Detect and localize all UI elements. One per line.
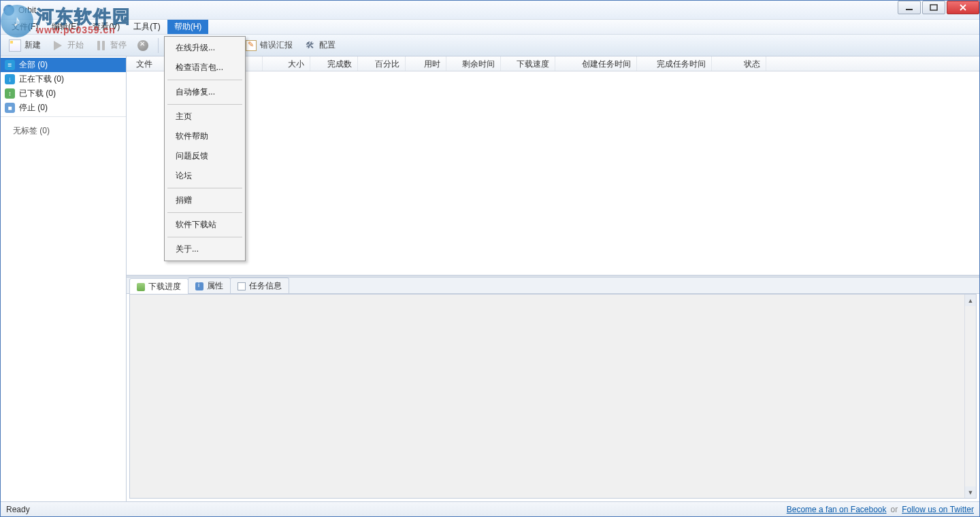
help-forum[interactable]: 论坛	[166, 166, 244, 186]
svg-rect-0	[906, 9, 913, 10]
col-size[interactable]: 大小	[263, 56, 310, 71]
tab-label: 任务信息	[249, 280, 282, 292]
sidebar-item-label: 全部 (0)	[19, 59, 48, 71]
detail-body: ▲ ▼	[129, 294, 977, 499]
body-area: ≡ 全部 (0) ↓ 正在下载 (0) ↕ 已下载 (0) ■ 停止 (0) 无…	[1, 56, 979, 501]
dropdown-separator	[167, 237, 242, 237]
done-icon: ↕	[5, 88, 15, 99]
toolbar-stop-button[interactable]	[133, 39, 152, 52]
toolbar-start-button[interactable]: 开始	[48, 38, 88, 53]
pause-icon	[97, 41, 105, 50]
toolbar-new-label: 新建	[24, 39, 41, 51]
info-icon	[238, 282, 246, 290]
help-feedback[interactable]: 问题反馈	[166, 146, 244, 166]
new-file-icon	[9, 39, 21, 52]
dropdown-separator	[167, 80, 242, 80]
col-created[interactable]: 创建任务时间	[555, 56, 637, 71]
col-speed[interactable]: 下载速度	[501, 56, 555, 71]
tab-label: 属性	[207, 280, 223, 292]
col-elapsed[interactable]: 用时	[406, 56, 446, 71]
svg-rect-1	[930, 5, 937, 10]
sidebar-category-list: ≡ 全部 (0) ↓ 正在下载 (0) ↕ 已下载 (0) ■ 停止 (0)	[1, 56, 126, 116]
sidebar-item-label: 正在下载 (0)	[19, 73, 64, 85]
tab-label: 下载进度	[148, 281, 181, 293]
properties-icon	[195, 282, 203, 290]
stop-icon	[137, 40, 148, 51]
toolbar-pause-label: 暂停	[110, 39, 127, 51]
help-software-help[interactable]: 软件帮助	[166, 127, 244, 146]
twitter-link[interactable]: Follow us on Twitter	[902, 505, 974, 514]
title-bar: Orbit	[1, 1, 979, 20]
sidebar-item-label: 已下载 (0)	[19, 88, 56, 99]
facebook-link[interactable]: Become a fan on Facebook	[787, 505, 887, 514]
tab-task-info[interactable]: 任务信息	[230, 278, 289, 293]
toolbar-error-report-button[interactable]: 错误汇报	[242, 38, 297, 52]
list-icon: ≡	[5, 60, 15, 70]
minimize-button[interactable]	[898, 1, 921, 14]
sidebar-tags-label: 无标签 (0)	[13, 126, 50, 135]
sidebar-tags[interactable]: 无标签 (0)	[1, 116, 126, 501]
col-finished[interactable]: 完成任务时间	[637, 56, 712, 71]
help-donate[interactable]: 捐赠	[166, 190, 244, 210]
detail-scrollbar[interactable]: ▲ ▼	[964, 295, 976, 498]
app-icon	[3, 5, 14, 16]
col-status[interactable]: 状态	[712, 56, 766, 71]
tab-progress[interactable]: 下载进度	[129, 278, 189, 294]
help-dropdown: 在线升级... 检查语言包... 自动修复... 主页 软件帮助 问题反馈 论坛…	[164, 36, 246, 261]
main-area: 文件 大小 完成数 百分比 用时 剩余时间 下载速度 创建任务时间 完成任务时间…	[127, 56, 979, 501]
menu-help[interactable]: 帮助(H)	[167, 20, 209, 34]
menu-bar: 文件(F) 编辑(E) 查看(V) 工具(T) 帮助(H)	[1, 20, 979, 35]
sidebar-item-all[interactable]: ≡ 全部 (0)	[1, 58, 126, 72]
help-online-upgrade[interactable]: 在线升级...	[166, 38, 244, 58]
help-auto-repair[interactable]: 自动修复...	[166, 82, 244, 102]
download-list-body[interactable]	[127, 71, 979, 275]
dropdown-separator	[167, 104, 242, 105]
toolbar-separator	[158, 38, 159, 53]
window-title: Orbit	[18, 5, 36, 15]
close-button[interactable]	[947, 1, 979, 14]
help-check-language[interactable]: 检查语言包...	[166, 58, 244, 78]
status-or: or	[891, 505, 898, 514]
detail-tabs: 下载进度 属性 任务信息	[127, 278, 979, 294]
help-homepage[interactable]: 主页	[166, 107, 244, 127]
toolbar-new-button[interactable]: 新建	[5, 38, 45, 53]
toolbar-pause-button[interactable]: 暂停	[91, 38, 131, 53]
status-bar: Ready Become a fan on Facebook or Follow…	[1, 501, 979, 516]
dropdown-separator	[167, 212, 242, 213]
scroll-down-icon[interactable]: ▼	[965, 486, 976, 498]
toolbar-config-label: 配置	[319, 39, 336, 51]
sidebar-item-downloading[interactable]: ↓ 正在下载 (0)	[1, 72, 126, 86]
sidebar-item-stopped[interactable]: ■ 停止 (0)	[1, 101, 126, 115]
help-about[interactable]: 关于...	[166, 239, 244, 259]
status-ready: Ready	[6, 505, 30, 514]
sidebar: ≡ 全部 (0) ↓ 正在下载 (0) ↕ 已下载 (0) ■ 停止 (0) 无…	[1, 56, 127, 501]
col-percent[interactable]: 百分比	[358, 56, 406, 71]
sidebar-item-downloaded[interactable]: ↕ 已下载 (0)	[1, 86, 126, 101]
tab-properties[interactable]: 属性	[188, 278, 231, 293]
stop-list-icon: ■	[5, 103, 15, 113]
scroll-up-icon[interactable]: ▲	[965, 295, 976, 306]
play-icon	[54, 41, 62, 50]
sidebar-item-label: 停止 (0)	[19, 102, 48, 114]
progress-icon	[137, 283, 145, 291]
help-download-site[interactable]: 软件下载站	[166, 215, 244, 235]
download-list-header: 文件 大小 完成数 百分比 用时 剩余时间 下载速度 创建任务时间 完成任务时间…	[127, 56, 979, 71]
col-remaining[interactable]: 剩余时间	[446, 56, 501, 71]
toolbar: 新建 开始 暂停 错误汇报 配置	[1, 35, 979, 56]
toolbar-start-label: 开始	[67, 39, 84, 51]
download-icon: ↓	[5, 74, 15, 84]
toolbar-config-button[interactable]: 配置	[299, 38, 340, 53]
dropdown-separator	[167, 188, 242, 188]
menu-file[interactable]: 文件(F)	[5, 20, 45, 34]
toolbar-error-report-label: 错误汇报	[260, 39, 293, 51]
maximize-button[interactable]	[922, 1, 945, 14]
error-report-icon	[246, 40, 257, 51]
col-completed[interactable]: 完成数	[310, 56, 358, 71]
app-window: ♪ 河东软件园 www.pc0359.cn Orbit 文件(F) 编辑(E) …	[0, 0, 980, 517]
menu-tools[interactable]: 工具(T)	[127, 20, 167, 34]
menu-edit[interactable]: 编辑(E)	[45, 20, 86, 34]
wrench-icon	[304, 39, 316, 52]
menu-view[interactable]: 查看(V)	[86, 20, 127, 34]
